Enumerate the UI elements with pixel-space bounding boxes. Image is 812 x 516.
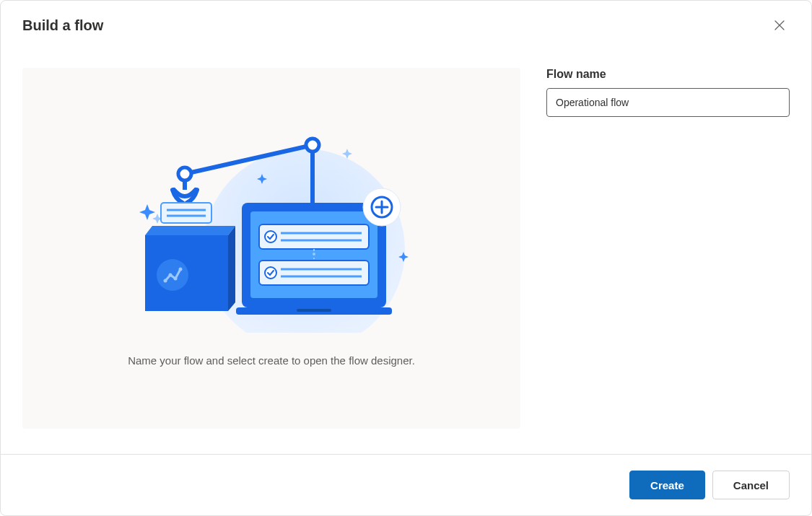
svg-rect-20 [297, 309, 331, 312]
close-icon [774, 19, 785, 31]
svg-marker-11 [228, 226, 235, 311]
svg-point-12 [157, 259, 188, 291]
flow-name-input[interactable] [546, 88, 790, 117]
illustration-caption: Name your flow and select create to open… [128, 354, 415, 367]
svg-point-16 [179, 267, 183, 271]
close-button[interactable] [769, 15, 790, 35]
svg-point-22 [265, 231, 276, 242]
svg-point-4 [178, 167, 191, 180]
cancel-button[interactable]: Cancel [712, 471, 790, 499]
dialog-title: Build a flow [22, 17, 103, 34]
form-panel: Flow name [546, 68, 790, 440]
svg-point-15 [174, 276, 178, 280]
flow-builder-illustration [116, 131, 427, 333]
svg-marker-10 [145, 226, 235, 235]
dialog-body: Name your flow and select create to open… [1, 35, 811, 454]
create-button[interactable]: Create [629, 471, 705, 499]
dialog-footer: Create Cancel [1, 454, 811, 515]
svg-rect-6 [161, 203, 211, 223]
flow-name-label: Flow name [546, 68, 790, 81]
svg-point-28 [265, 267, 276, 279]
svg-point-13 [164, 279, 167, 282]
svg-point-2 [306, 139, 319, 152]
build-flow-dialog: Build a flow [0, 0, 812, 516]
dialog-header: Build a flow [1, 1, 811, 35]
svg-point-14 [169, 273, 173, 276]
illustration-panel: Name your flow and select create to open… [22, 68, 520, 429]
svg-point-26 [313, 253, 315, 255]
